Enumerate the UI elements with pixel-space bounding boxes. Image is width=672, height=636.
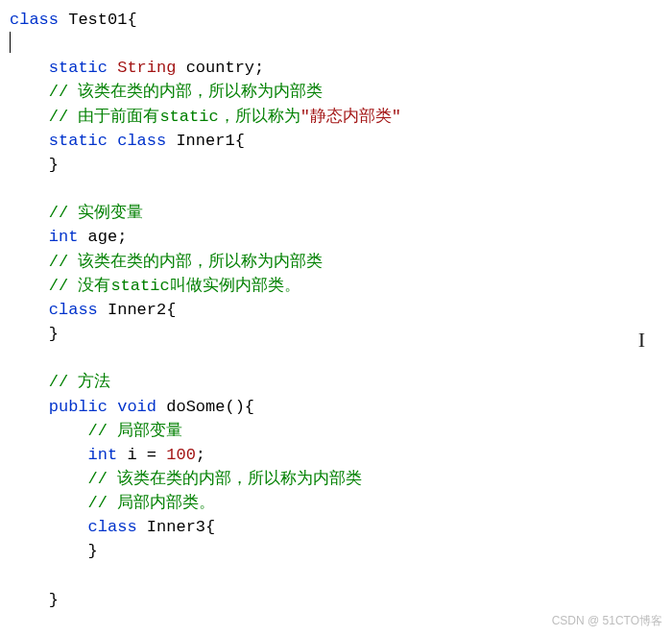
brace-open: {	[205, 518, 215, 536]
semicolon: ;	[254, 59, 264, 77]
equals: =	[147, 446, 156, 464]
keyword-class: class	[49, 301, 98, 319]
brace-open: {	[245, 398, 254, 416]
watermark-text: CSDN @ 51CTO博客	[552, 613, 662, 630]
comment-instance-var: // 实例变量	[49, 204, 144, 222]
parentheses: ()	[225, 398, 244, 416]
comment-inner3a: // 该类在类的内部，所以称为内部类	[88, 470, 363, 488]
comment-inner2a: // 该类在类的内部，所以称为内部类	[49, 253, 324, 271]
keyword-static-class: static class	[49, 132, 166, 150]
inner2-name: Inner2	[108, 301, 166, 319]
method-name: doSome	[166, 398, 225, 416]
semicolon: ;	[117, 228, 127, 246]
var-age: age	[88, 228, 118, 246]
brace-close: }	[49, 325, 59, 343]
comment-inner2b: // 没有static叫做实例内部类。	[49, 277, 300, 295]
brace-open: {	[166, 301, 176, 319]
code-block: class Test01{ static String country; // …	[10, 8, 662, 612]
keyword-class: class	[88, 518, 137, 536]
var-i: i	[127, 446, 136, 464]
var-country: country	[186, 59, 254, 77]
inner1-name: Inner1	[176, 132, 234, 150]
type-string: String	[117, 59, 176, 77]
keyword-int: int	[49, 228, 79, 246]
brace-close: }	[49, 156, 59, 174]
comment-method: // 方法	[49, 373, 111, 391]
brace-close: }	[88, 542, 98, 560]
semicolon: ;	[196, 446, 205, 464]
keyword-public: public	[49, 398, 108, 416]
keyword-static: static	[49, 59, 108, 77]
comment-inner1a: // 该类在类的内部，所以称为内部类	[49, 83, 324, 101]
comment-inner3b: // 局部内部类。	[88, 494, 216, 512]
keyword-void: void	[117, 398, 156, 416]
brace-open: {	[235, 132, 245, 150]
keyword-class: class	[10, 11, 59, 29]
comment-inner1b: // 由于前面有static，所以称为	[49, 108, 300, 126]
ibeam-cursor-icon: I	[638, 325, 645, 356]
literal-100: 100	[166, 446, 196, 464]
brace-open: {	[127, 11, 136, 29]
comment-local-var: // 局部变量	[88, 422, 183, 440]
quoted-text: "静态内部类"	[300, 108, 401, 126]
text-cursor	[10, 32, 11, 53]
class-name: Test01	[68, 11, 127, 29]
inner3-name: Inner3	[147, 518, 205, 536]
keyword-int: int	[88, 446, 118, 464]
brace-close: }	[49, 591, 59, 609]
